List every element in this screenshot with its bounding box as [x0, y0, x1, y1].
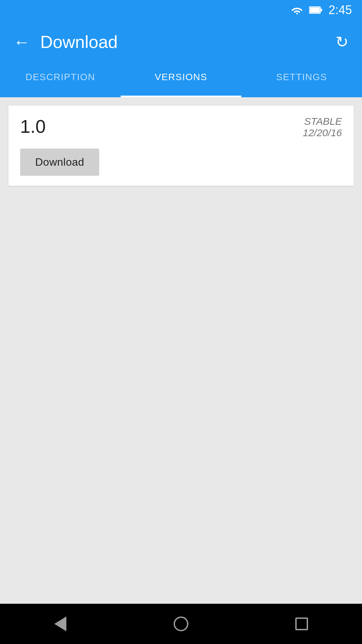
app-bar-title: Download [40, 32, 118, 52]
refresh-button[interactable]: ↻ [332, 30, 352, 54]
nav-back-icon [54, 616, 66, 631]
nav-recents-button[interactable] [282, 610, 322, 637]
nav-back-button[interactable] [40, 610, 80, 637]
tab-settings[interactable]: SETTINGS [241, 64, 362, 97]
card-top: 1.0 STABLE 12/20/16 [20, 116, 342, 139]
nav-home-button[interactable] [161, 610, 201, 637]
status-bar: 2:45 [0, 0, 362, 20]
status-time: 2:45 [328, 3, 352, 17]
version-number: 1.0 [20, 116, 46, 137]
app-bar-left: ← Download [10, 30, 118, 54]
tab-bar: DESCRIPTION VERSIONS SETTINGS [0, 64, 362, 97]
nav-recents-icon [295, 618, 308, 630]
app-bar: ← Download ↻ [0, 20, 362, 64]
svg-rect-2 [320, 9, 322, 11]
tab-description-label: DESCRIPTION [25, 72, 95, 89]
tab-versions-label: VERSIONS [155, 72, 207, 89]
version-stability: STABLE [303, 116, 342, 127]
tab-versions[interactable]: VERSIONS [121, 64, 241, 97]
main-content: 1.0 STABLE 12/20/16 Download [0, 97, 362, 604]
status-icons: 2:45 [291, 3, 352, 17]
wifi-icon [291, 6, 303, 14]
version-card: 1.0 STABLE 12/20/16 Download [8, 106, 354, 186]
back-button[interactable]: ← [10, 30, 34, 54]
download-button[interactable]: Download [20, 149, 99, 176]
svg-rect-1 [310, 7, 320, 13]
battery-icon [309, 6, 322, 14]
nav-bar [0, 604, 362, 644]
tab-settings-label: SETTINGS [276, 72, 327, 89]
version-date: 12/20/16 [303, 127, 342, 139]
nav-home-icon [174, 616, 188, 631]
version-meta: STABLE 12/20/16 [303, 116, 342, 139]
tab-description[interactable]: DESCRIPTION [0, 64, 121, 97]
